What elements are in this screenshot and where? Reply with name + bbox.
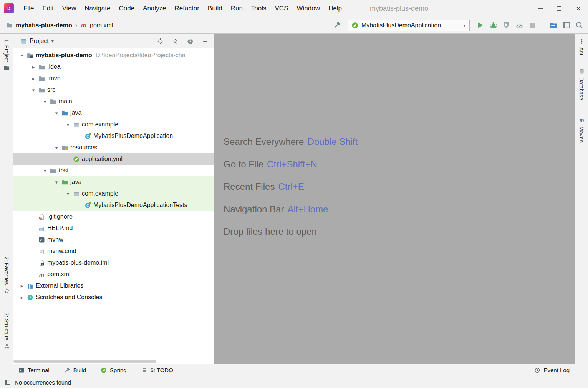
tree-toggle-icon[interactable]: ▾: [52, 145, 61, 151]
tree-toggle-icon[interactable]: ▾: [52, 110, 61, 116]
panel-title[interactable]: Project: [30, 38, 49, 45]
tool-window-quick-access-icon[interactable]: [5, 379, 11, 385]
scratches-icon: [27, 294, 34, 301]
menu-vcs[interactable]: VCS: [271, 0, 293, 17]
folder-test-icon: [61, 179, 68, 186]
class-test-icon: C: [84, 202, 91, 209]
hint-shortcut: Ctrl+Shift+N: [267, 159, 317, 170]
tree-toggle-icon[interactable]: ▸: [29, 76, 38, 81]
svg-text:C: C: [86, 134, 89, 138]
tool-window-button-6-todo[interactable]: 6: TODO: [141, 367, 173, 373]
maximize-button[interactable]: [550, 0, 569, 17]
tree-row-mybatis-plus-demo-iml[interactable]: IJmybatis-plus-demo.iml: [13, 257, 214, 269]
tree-row-gitignore[interactable]: .gitignore: [13, 211, 214, 222]
tree-row-mvn[interactable]: ▸.mvn: [13, 73, 214, 84]
tree-row-src[interactable]: ▾src: [13, 84, 214, 96]
svg-text:MD: MD: [40, 229, 43, 230]
collapse-all-button[interactable]: [172, 38, 179, 45]
tree-row-scratches-and-consoles[interactable]: ▸Scratches and Consoles: [13, 292, 214, 303]
tree-row-mybatisplusdemoapplication[interactable]: CMybatisPlusDemoApplication: [13, 130, 214, 142]
tree-row-main[interactable]: ▾main: [13, 96, 214, 107]
run-button[interactable]: [476, 21, 484, 29]
hint-shortcut: Alt+Home: [287, 204, 328, 215]
tool-stripe-2-favorites[interactable]: 2: Favorites: [0, 257, 13, 293]
tree-row-java[interactable]: ▾java: [13, 107, 214, 119]
svg-text:C: C: [86, 203, 89, 207]
run-configuration-selector[interactable]: MybatisPlusDemoApplication ▾: [348, 20, 470, 31]
build-project-button[interactable]: [333, 21, 341, 29]
tree-toggle-icon[interactable]: ▾: [17, 53, 27, 58]
tree-item-path: D:\IdeaProjects\IdeaProjects-cha: [96, 52, 186, 59]
breadcrumb-item-pom-xml[interactable]: pom.xml: [90, 22, 113, 29]
profiler-button[interactable]: [515, 21, 523, 29]
menu-window[interactable]: Window: [293, 0, 324, 17]
menu-file[interactable]: File: [19, 0, 38, 17]
tree-row-com-example[interactable]: ▾com.example: [13, 119, 214, 130]
tool-window-button-terminal[interactable]: Terminal: [18, 367, 50, 373]
tree-row-resources[interactable]: ▾resources: [13, 142, 214, 153]
minimize-button[interactable]: [530, 0, 550, 17]
tree-toggle-icon[interactable]: ▾: [40, 99, 50, 104]
search-everywhere-button[interactable]: [575, 21, 583, 29]
tree-row-com-example[interactable]: ▾com.example: [13, 188, 214, 199]
tree-toggle-icon[interactable]: ▾: [63, 191, 73, 197]
left-tool-stripe: 1: Project2: Favorites7: Structure: [0, 34, 13, 364]
tool-stripe-ant[interactable]: Ant: [575, 38, 588, 55]
stripe-label: 2: Favorites: [3, 257, 10, 285]
menu-help[interactable]: Help: [324, 0, 346, 17]
breadcrumb-item-mybatis-plus-demo[interactable]: mybatis-plus-demo: [16, 22, 72, 29]
tree-item-label: com.example: [82, 190, 118, 197]
tree-row-mybatis-plus-demo[interactable]: ▾mybatis-plus-demoD:\IdeaProjects\IdeaPr…: [13, 50, 214, 61]
horizontal-scrollbar[interactable]: [13, 360, 156, 363]
tree-row-java[interactable]: ▾java: [13, 176, 214, 188]
tree-row-mybatisplusdemoapplicationtests[interactable]: CMybatisPlusDemoApplicationTests: [13, 199, 214, 211]
tree-row-application-yml[interactable]: application.yml: [13, 153, 214, 165]
debug-button[interactable]: [489, 21, 497, 29]
tree-toggle-icon[interactable]: ▸: [29, 64, 38, 70]
close-button[interactable]: ×: [569, 0, 588, 17]
tree-row-help-md[interactable]: MDHELP.md: [13, 222, 214, 234]
tree-row-external-libraries[interactable]: ▸External Libraries: [13, 280, 214, 292]
menu-analyze[interactable]: Analyze: [139, 0, 171, 17]
tree-row-test[interactable]: ▾test: [13, 165, 214, 176]
tree-row-mvnw-cmd[interactable]: mvnw.cmd: [13, 245, 214, 257]
project-tree: ▾mybatis-plus-demoD:\IdeaProjects\IdeaPr…: [13, 48, 214, 364]
locate-file-button[interactable]: [157, 38, 164, 45]
project-structure-button[interactable]: [549, 21, 557, 29]
tree-toggle-icon[interactable]: ▾: [29, 87, 38, 93]
menu-build[interactable]: Build: [204, 0, 227, 17]
tree-item-label: MybatisPlusDemoApplicationTests: [93, 202, 187, 209]
menu-run[interactable]: Run: [227, 0, 247, 17]
tree-row-idea[interactable]: ▸.idea: [13, 61, 214, 73]
chevron-down-icon[interactable]: ▾: [51, 38, 54, 44]
editor-area[interactable]: Search EverywhereDouble ShiftGo to FileC…: [214, 34, 575, 364]
tree-toggle-icon[interactable]: ▾: [40, 168, 50, 174]
tree-toggle-icon[interactable]: ▸: [17, 283, 27, 289]
tree-row-pom-xml[interactable]: mpom.xml: [13, 269, 214, 280]
tool-stripe-1-project[interactable]: 1: Project: [0, 39, 13, 71]
menu-refactor[interactable]: Refactor: [171, 0, 204, 17]
run-with-coverage-button[interactable]: [502, 21, 510, 29]
tree-item-label: External Libraries: [36, 282, 84, 289]
tool-window-button-build[interactable]: Build: [64, 367, 86, 373]
tool-stripe-7-structure[interactable]: 7: Structure: [0, 313, 13, 349]
menu-navigate[interactable]: Navigate: [80, 0, 114, 17]
tree-toggle-icon[interactable]: ▾: [63, 122, 73, 128]
tool-stripe-database[interactable]: Database: [575, 68, 588, 100]
menu-edit[interactable]: Edit: [38, 0, 58, 17]
tool-window-button-event-log[interactable]: Event Log: [534, 367, 570, 373]
tree-item-label: test: [59, 167, 69, 174]
restore-layout-button[interactable]: [562, 21, 570, 29]
settings-gear-button[interactable]: [187, 38, 194, 45]
tool-window-button-spring[interactable]: Spring: [101, 367, 126, 373]
tree-toggle-icon[interactable]: ▾: [52, 179, 61, 185]
menu-view[interactable]: View: [58, 0, 81, 17]
tool-stripe-maven[interactable]: mMaven: [575, 118, 588, 143]
folder-icon: [38, 64, 45, 70]
hide-panel-button[interactable]: [202, 38, 209, 45]
tree-toggle-icon[interactable]: ▸: [17, 295, 27, 300]
menu-code[interactable]: Code: [114, 0, 139, 17]
tree-row-mvnw[interactable]: mvnw: [13, 234, 214, 245]
menu-tools[interactable]: Tools: [247, 0, 271, 17]
tool-window-button-label: 6: TODO: [150, 367, 173, 373]
